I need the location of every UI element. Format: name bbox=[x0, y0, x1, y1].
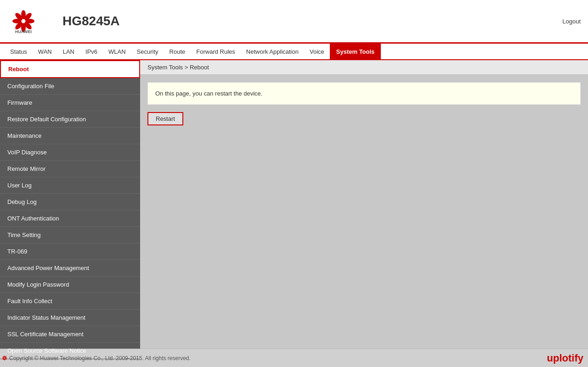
content-area: System Tools > Reboot On this page, you … bbox=[140, 60, 588, 349]
sidebar-item-ssl-certificate-management[interactable]: SSL Certificate Management bbox=[0, 326, 140, 343]
sidebar-item-voip-diagnose[interactable]: VoIP Diagnose bbox=[0, 144, 140, 161]
huawei-logo-icon: HUAWEI bbox=[7, 7, 40, 35]
device-title: HG8245A bbox=[62, 14, 562, 28]
nav-item-network-application[interactable]: Network Application bbox=[241, 45, 304, 59]
info-text: On this page, you can restart the device… bbox=[155, 90, 262, 97]
nav-item-voice[interactable]: Voice bbox=[304, 45, 330, 59]
sidebar-item-fault-info-collect[interactable]: Fault Info Collect bbox=[0, 293, 140, 310]
sidebar-item-tr-069[interactable]: TR-069 bbox=[0, 243, 140, 260]
nav-item-forward-rules[interactable]: Forward Rules bbox=[191, 45, 241, 59]
sidebar-item-indicator-status-management[interactable]: Indicator Status Management bbox=[0, 310, 140, 326]
nav-item-status[interactable]: Status bbox=[5, 45, 33, 59]
restart-button[interactable]: Restart bbox=[147, 112, 183, 125]
sidebar-item-reboot[interactable]: Reboot bbox=[0, 60, 140, 78]
nav-item-route[interactable]: Route bbox=[164, 45, 191, 59]
sidebar-item-modify-login-password[interactable]: Modify Login Password bbox=[0, 277, 140, 293]
logo-area: HUAWEI bbox=[7, 7, 40, 35]
sidebar-item-time-setting[interactable]: Time Setting bbox=[0, 227, 140, 243]
nav-item-security[interactable]: Security bbox=[131, 45, 164, 59]
nav-item-lan[interactable]: LAN bbox=[57, 45, 80, 59]
nav-item-wlan[interactable]: WLAN bbox=[103, 45, 131, 59]
nav-item-wan[interactable]: WAN bbox=[33, 45, 57, 59]
footer-huawei-icon bbox=[0, 355, 9, 362]
logout-button[interactable]: Logout bbox=[562, 18, 581, 25]
navbar: StatusWANLANIPv6WLANSecurityRouteForward… bbox=[0, 44, 588, 60]
uplotify-part1: uplo bbox=[547, 352, 568, 364]
header: HUAWEI HG8245A Logout bbox=[0, 0, 588, 44]
uplotify-brand: uplotify bbox=[547, 352, 583, 364]
svg-text:HUAWEI: HUAWEI bbox=[15, 29, 32, 34]
sidebar-item-ont-authentication[interactable]: ONT Authentication bbox=[0, 210, 140, 227]
footer-copyright: Copyright © Huawei Technologies Co., Ltd… bbox=[9, 355, 191, 361]
uplotify-part3: ify bbox=[571, 352, 583, 364]
nav-item-ipv6[interactable]: IPv6 bbox=[80, 45, 103, 59]
content-body: On this page, you can restart the device… bbox=[140, 75, 588, 133]
sidebar-item-restore-default-configuration[interactable]: Restore Default Configuration bbox=[0, 111, 140, 128]
nav-item-system-tools[interactable]: System Tools bbox=[330, 44, 381, 60]
main-layout: RebootConfiguration FileFirmwareRestore … bbox=[0, 60, 588, 349]
breadcrumb: System Tools > Reboot bbox=[140, 60, 588, 75]
sidebar-item-remote-mirror[interactable]: Remote Mirror bbox=[0, 161, 140, 177]
sidebar-item-configuration-file[interactable]: Configuration File bbox=[0, 78, 140, 95]
sidebar-item-advanced-power-management[interactable]: Advanced Power Management bbox=[0, 260, 140, 277]
sidebar-item-user-log[interactable]: User Log bbox=[0, 177, 140, 194]
info-box: On this page, you can restart the device… bbox=[147, 82, 581, 105]
sidebar-item-maintenance[interactable]: Maintenance bbox=[0, 128, 140, 144]
sidebar: RebootConfiguration FileFirmwareRestore … bbox=[0, 60, 140, 349]
sidebar-item-debug-log[interactable]: Debug Log bbox=[0, 194, 140, 210]
sidebar-item-firmware[interactable]: Firmware bbox=[0, 95, 140, 111]
